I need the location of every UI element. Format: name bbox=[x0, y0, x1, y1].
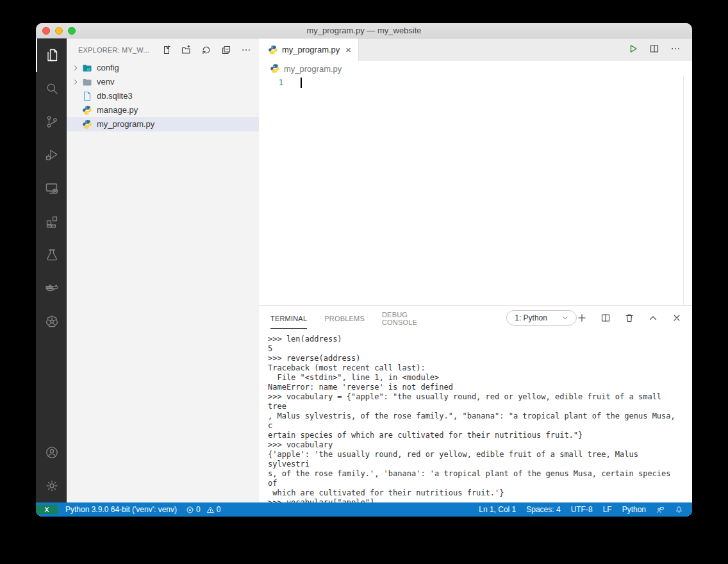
close-tab-icon[interactable]: × bbox=[343, 44, 353, 56]
new-folder-icon[interactable] bbox=[181, 45, 192, 55]
indentation-status[interactable]: Spaces: 4 bbox=[526, 505, 560, 514]
tree-item-venv[interactable]: venv bbox=[67, 75, 259, 89]
test-beaker-icon bbox=[44, 247, 60, 263]
source-control-icon bbox=[44, 114, 60, 129]
tree-item-config[interactable]: config bbox=[67, 61, 259, 75]
activity-source-control[interactable] bbox=[36, 105, 67, 138]
error-count: 0 bbox=[196, 505, 201, 514]
new-file-icon[interactable] bbox=[161, 45, 172, 55]
code-editor[interactable]: 1 bbox=[259, 76, 692, 305]
settings-gear-icon bbox=[44, 478, 60, 494]
warning-icon bbox=[206, 506, 215, 514]
tree-item-label: manage.py bbox=[97, 103, 138, 117]
collapse-all-icon[interactable] bbox=[221, 45, 231, 55]
tree-item-db-sqlite3[interactable]: db.sqlite3 bbox=[67, 89, 259, 103]
refresh-icon[interactable] bbox=[201, 45, 211, 55]
activity-testing[interactable] bbox=[36, 238, 67, 272]
terminal-selector-dropdown[interactable]: 1: Python bbox=[506, 310, 577, 326]
zoom-window-button[interactable] bbox=[68, 27, 76, 35]
activity-explorer[interactable] bbox=[36, 38, 67, 72]
activity-remote-explorer[interactable] bbox=[36, 172, 67, 205]
more-actions-icon[interactable] bbox=[241, 45, 251, 55]
search-icon bbox=[44, 81, 60, 96]
close-window-button[interactable] bbox=[42, 27, 50, 35]
split-terminal-icon[interactable] bbox=[600, 313, 611, 323]
maximize-panel-chevron-up-icon[interactable] bbox=[648, 313, 658, 323]
tab-problems[interactable]: PROBLEMS bbox=[324, 308, 365, 329]
tab-my-program-py[interactable]: my_program.py × bbox=[259, 38, 359, 61]
tree-item-my-program-py[interactable]: my_program.py bbox=[67, 117, 259, 131]
folder-icon bbox=[82, 77, 92, 87]
editor-tab-bar: my_program.py × bbox=[259, 38, 692, 61]
close-panel-icon[interactable] bbox=[672, 313, 682, 323]
window-title: my_program.py — my_website bbox=[306, 26, 421, 35]
kubernetes-icon bbox=[44, 314, 60, 329]
language-mode-status[interactable]: Python bbox=[622, 505, 646, 514]
activity-docker[interactable] bbox=[36, 272, 67, 305]
python-interpreter-status[interactable]: Python 3.9.0 64-bit ('venv': venv) bbox=[65, 505, 177, 514]
python-file-icon bbox=[82, 119, 92, 129]
activity-accounts[interactable] bbox=[36, 436, 67, 469]
more-actions-icon[interactable] bbox=[670, 44, 681, 56]
bottom-panel: TERMINAL PROBLEMS DEBUG CONSOLE 1: Pytho… bbox=[259, 305, 692, 502]
docker-icon bbox=[44, 281, 60, 296]
files-icon bbox=[44, 47, 60, 63]
python-file-icon bbox=[268, 45, 278, 55]
feedback-smiley-icon[interactable] bbox=[656, 506, 665, 514]
chevron-right-icon bbox=[71, 78, 80, 87]
activity-kubernetes[interactable] bbox=[36, 305, 67, 338]
config-folder-icon bbox=[82, 63, 92, 73]
run-debug-icon bbox=[44, 147, 60, 163]
activity-bar-spacer bbox=[36, 338, 67, 436]
remote-explorer-icon bbox=[44, 181, 60, 196]
tab-label: my_program.py bbox=[282, 45, 340, 54]
account-icon bbox=[44, 445, 60, 460]
encoding-status[interactable]: UTF-8 bbox=[571, 505, 593, 514]
tree-item-label: db.sqlite3 bbox=[97, 89, 133, 103]
python-file-icon bbox=[82, 105, 92, 115]
breadcrumb-item: my_program.py bbox=[284, 64, 342, 74]
tab-terminal[interactable]: TERMINAL bbox=[270, 308, 307, 329]
terminal-selector-value: 1: Python bbox=[515, 313, 547, 322]
run-python-file-button[interactable] bbox=[628, 44, 638, 56]
activity-settings[interactable] bbox=[36, 469, 67, 502]
line-number: 1 bbox=[259, 78, 283, 87]
file-tree: config venv db.sqlite3 bbox=[67, 61, 259, 502]
chevron-down-icon bbox=[561, 313, 570, 322]
minimize-window-button[interactable] bbox=[55, 27, 63, 35]
chevron-right-icon bbox=[71, 63, 80, 72]
status-bar: Python 3.9.0 64-bit ('venv': venv) 0 0 L… bbox=[36, 502, 692, 517]
explorer-sidebar: EXPLORER: MY_W... config bbox=[67, 38, 259, 502]
tab-debug-console[interactable]: DEBUG CONSOLE bbox=[382, 304, 421, 333]
activity-run-debug[interactable] bbox=[36, 138, 67, 172]
code-line-1: 1 bbox=[259, 76, 692, 88]
terminal-text: >>> len(address) 5 >>> reverse(address) … bbox=[268, 335, 680, 502]
editor-actions bbox=[628, 38, 692, 61]
cursor-position-status[interactable]: Ln 1, Col 1 bbox=[479, 505, 516, 514]
tree-item-label: venv bbox=[97, 75, 114, 89]
activity-search[interactable] bbox=[36, 72, 67, 105]
activity-bar bbox=[36, 38, 67, 502]
notifications-bell-icon[interactable] bbox=[675, 506, 683, 514]
breadcrumb[interactable]: my_program.py bbox=[259, 61, 692, 76]
new-terminal-icon[interactable] bbox=[577, 313, 587, 323]
extensions-icon bbox=[44, 214, 60, 229]
file-icon bbox=[82, 91, 92, 101]
error-icon bbox=[186, 506, 194, 514]
remote-indicator[interactable] bbox=[36, 505, 58, 514]
activity-extensions[interactable] bbox=[36, 205, 67, 238]
tree-item-label: config bbox=[97, 61, 119, 75]
warning-count: 0 bbox=[217, 505, 221, 514]
title-bar: my_program.py — my_website bbox=[36, 23, 692, 38]
remote-icon bbox=[42, 505, 51, 514]
split-editor-button[interactable] bbox=[649, 44, 659, 56]
explorer-header: EXPLORER: MY_W... bbox=[67, 38, 259, 61]
tree-item-manage-py[interactable]: manage.py bbox=[67, 103, 259, 117]
kill-terminal-trash-icon[interactable] bbox=[624, 313, 634, 323]
editor-area: my_program.py × my_program.py 1 bbox=[259, 38, 692, 502]
terminal-output[interactable]: >>> len(address) 5 >>> reverse(address) … bbox=[259, 330, 692, 502]
traffic-lights bbox=[42, 27, 76, 35]
problems-status[interactable]: 0 0 bbox=[186, 505, 220, 514]
eol-status[interactable]: LF bbox=[603, 505, 612, 514]
panel-header: TERMINAL PROBLEMS DEBUG CONSOLE 1: Pytho… bbox=[259, 306, 692, 330]
